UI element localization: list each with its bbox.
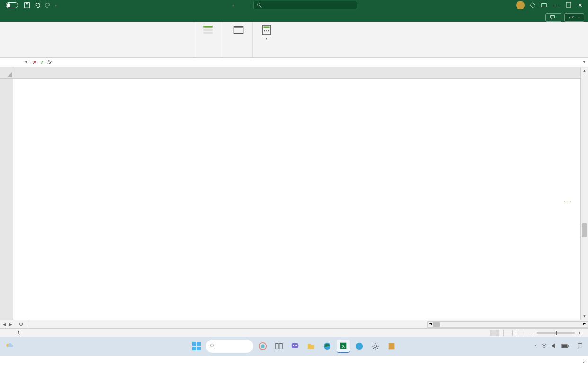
share-button[interactable]: ▾ [564, 13, 584, 22]
scrollbar-thumb[interactable] [582, 223, 587, 237]
svg-point-13 [264, 30, 265, 31]
svg-rect-4 [542, 4, 547, 7]
tray-chevron-icon[interactable]: ⌃ [534, 344, 537, 349]
svg-text:X: X [342, 344, 345, 349]
svg-rect-26 [276, 344, 278, 349]
autosave-toggle[interactable] [4, 2, 20, 8]
windows-taskbar: X ⌃ [0, 337, 588, 356]
sheet-tab-bar: ◄ ► ⊕ ◄ ► [0, 320, 588, 328]
svg-point-34 [356, 343, 363, 350]
fx-icon[interactable]: fx [47, 59, 52, 66]
weather-widget[interactable] [5, 341, 17, 351]
zoom-out-button[interactable]: − [530, 330, 533, 336]
edge-icon[interactable] [321, 340, 334, 353]
chat-icon[interactable] [288, 340, 302, 353]
name-manager-button[interactable] [197, 23, 219, 57]
svg-rect-11 [262, 25, 270, 35]
svg-point-35 [374, 345, 376, 347]
search-icon [257, 2, 262, 8]
page-break-view-button[interactable] [517, 330, 526, 336]
calculation-options-button[interactable]: ▾ [256, 23, 277, 57]
svg-rect-39 [562, 344, 568, 347]
svg-rect-36 [389, 343, 395, 350]
weather-icon [5, 341, 14, 351]
svg-point-16 [18, 330, 19, 332]
scrollbar-thumb[interactable] [433, 322, 440, 327]
svg-point-15 [268, 30, 269, 31]
svg-rect-18 [192, 342, 196, 346]
svg-rect-5 [566, 2, 571, 7]
copilot-icon[interactable] [256, 340, 269, 353]
accept-formula-icon[interactable]: ✓ [40, 59, 45, 66]
scroll-row-tooltip [564, 201, 571, 202]
undo-icon[interactable] [34, 2, 41, 9]
svg-rect-12 [264, 27, 270, 28]
task-view-icon[interactable] [272, 340, 285, 353]
svg-line-3 [260, 6, 262, 8]
add-sheet-button[interactable]: ⊕ [15, 320, 27, 328]
horizontal-scrollbar[interactable]: ◄ ► [427, 321, 588, 328]
svg-point-25 [261, 344, 264, 348]
svg-line-23 [213, 347, 215, 349]
select-all-corner[interactable] [0, 67, 13, 79]
collapse-ribbon-icon[interactable]: ⌃ [582, 361, 586, 366]
share-icon [569, 15, 574, 20]
search-input[interactable] [253, 1, 357, 9]
sheet-nav-prev-icon[interactable]: ◄ [2, 322, 7, 327]
status-bar: − + [0, 328, 588, 337]
ribbon: ▾ ⌃ [0, 22, 588, 58]
svg-rect-21 [197, 347, 201, 350]
scroll-up-icon[interactable]: ▲ [581, 67, 588, 75]
document-title[interactable]: ▾ [231, 3, 234, 8]
expand-formula-bar-icon[interactable]: ▾ [583, 60, 588, 64]
svg-rect-27 [279, 344, 282, 349]
ribbon-mode-icon[interactable] [541, 2, 547, 9]
svg-point-14 [266, 30, 267, 31]
edge-icon-2[interactable] [353, 340, 366, 353]
comments-button[interactable] [545, 13, 561, 22]
svg-rect-38 [568, 345, 569, 347]
notifications-icon[interactable] [577, 342, 583, 350]
sheet-nav-next-icon[interactable]: ► [8, 322, 13, 327]
zoom-slider[interactable] [537, 332, 575, 334]
spreadsheet-grid[interactable]: ▲ ▼ [0, 67, 588, 320]
start-button[interactable] [190, 340, 203, 353]
battery-icon[interactable] [561, 343, 569, 349]
wifi-icon[interactable] [541, 342, 547, 350]
svg-point-30 [295, 345, 297, 346]
settings-icon[interactable] [369, 340, 382, 353]
svg-rect-6 [203, 26, 213, 27]
taskbar-search[interactable] [206, 340, 253, 353]
app-icon[interactable] [385, 340, 398, 353]
normal-view-button[interactable] [490, 330, 499, 336]
page-layout-view-button[interactable] [503, 330, 513, 336]
comment-icon [550, 15, 555, 20]
search-icon [210, 343, 215, 349]
scroll-down-icon[interactable]: ▼ [581, 312, 588, 320]
volume-icon[interactable] [551, 342, 558, 350]
file-explorer-icon[interactable] [304, 340, 318, 353]
save-icon[interactable] [24, 2, 30, 9]
formula-bar: ▾ ✕ ✓ fx ▾ [0, 58, 588, 67]
ribbon-tabs: ▾ [0, 10, 588, 22]
maximize-icon[interactable] [566, 2, 571, 9]
zoom-in-button[interactable]: + [579, 330, 581, 336]
name-box[interactable]: ▾ [0, 60, 29, 64]
svg-point-2 [258, 3, 260, 6]
cancel-formula-icon[interactable]: ✕ [32, 59, 37, 66]
redo-icon[interactable] [45, 2, 51, 9]
watch-window-button[interactable] [228, 23, 249, 57]
vertical-scrollbar[interactable]: ▲ ▼ [580, 67, 588, 320]
svg-rect-20 [192, 347, 196, 350]
accessibility-icon [16, 330, 21, 335]
svg-rect-1 [26, 3, 27, 5]
accessibility-status[interactable] [16, 330, 21, 336]
excel-icon[interactable]: X [337, 340, 350, 353]
minimize-icon[interactable]: — [552, 2, 561, 8]
svg-point-29 [293, 345, 294, 346]
qat-dropdown-icon[interactable]: ▾ [55, 3, 57, 8]
diamond-icon[interactable] [529, 2, 536, 9]
user-avatar[interactable] [516, 1, 525, 9]
close-icon[interactable]: ✕ [576, 2, 584, 9]
svg-rect-10 [234, 26, 243, 27]
